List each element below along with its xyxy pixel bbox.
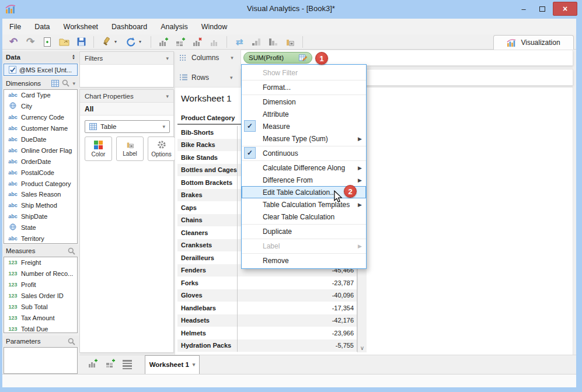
save-icon[interactable] [75, 36, 88, 48]
value-cell[interactable]: -17,354 [238, 302, 357, 314]
category-cell[interactable]: Caps [177, 201, 238, 214]
scroll-down-icon[interactable]: ∨ [358, 345, 367, 351]
minimize-button[interactable]: – [515, 2, 532, 16]
dimension-field-shipdate[interactable]: abcShipDate [4, 211, 77, 222]
category-cell[interactable]: Fenders [177, 264, 238, 277]
search-icon[interactable] [68, 247, 75, 255]
dimension-field-state[interactable]: State [4, 222, 77, 233]
undo-icon[interactable]: ↶ [7, 36, 20, 48]
measure-field-total-due[interactable]: 123Total Due [4, 323, 77, 333]
menu-item-table-calculation-templates[interactable]: Table Calculation Templates▶ [242, 198, 366, 211]
measure-field-number-of-reco[interactable]: 123Number of Reco... [4, 268, 77, 279]
measure-field-sub-total[interactable]: 123Sub Total [4, 302, 77, 313]
chevron-down-icon[interactable]: ▾ [193, 362, 196, 368]
value-cell[interactable]: -23,966 [238, 327, 357, 340]
menu-item-difference-from[interactable]: Difference From▶ [242, 174, 366, 186]
open-icon[interactable] [58, 36, 71, 48]
worksheet-tab[interactable]: Worksheet 1 ▾ [145, 355, 200, 374]
highlight-icon[interactable] [284, 36, 297, 48]
menu-item-attribute[interactable]: Attribute [242, 108, 366, 120]
dimension-field-city[interactable]: City [4, 101, 77, 112]
label-button[interactable]: Label [116, 136, 144, 161]
menu-window[interactable]: Window [201, 23, 227, 31]
menu-item-duplicate[interactable]: Duplicate [242, 225, 366, 237]
value-cell[interactable]: -40,096 [238, 289, 357, 302]
new-worksheet-icon[interactable] [88, 358, 98, 371]
chart-type-select[interactable]: Table ▾ [85, 120, 170, 133]
sum-profit-pill[interactable]: SUM(Profit) [243, 52, 312, 64]
chevron-down-icon[interactable]: ▾ [72, 80, 75, 86]
dimension-field-orderdate[interactable]: abcOrderDate [4, 156, 77, 167]
menu-file[interactable]: File [9, 23, 21, 31]
dimension-field-product-category[interactable]: abcProduct Category [4, 178, 77, 189]
measure-field-freight[interactable]: 123Freight [4, 257, 77, 268]
new-worksheet-icon[interactable] [157, 36, 170, 48]
chevron-down-icon[interactable]: ▾ [230, 75, 233, 80]
category-cell[interactable]: Bike Stands [177, 151, 238, 164]
menu-item-format[interactable]: Format... [242, 81, 366, 93]
options-button[interactable]: Options [148, 136, 175, 161]
new-dashboard-icon[interactable] [174, 36, 187, 48]
duplicate-sheet-icon[interactable] [208, 36, 221, 48]
sort-ascending-icon[interactable] [250, 36, 263, 48]
clear-sheet-icon[interactable] [191, 36, 204, 48]
dimension-field-customer-name[interactable]: abcCustomer Name [4, 123, 77, 134]
dimension-field-postalcode[interactable]: abcPostalCode [4, 167, 77, 178]
category-cell[interactable]: Bib-Shorts [177, 126, 238, 139]
category-cell[interactable]: Hydration Packs [177, 340, 238, 352]
panel-updown-icon[interactable]: ▲▼ [72, 54, 75, 60]
dimension-field-sales-reason[interactable]: abcSales Reason [4, 189, 77, 200]
category-cell[interactable]: Bottom Brackets [177, 176, 238, 189]
new-dashboard-icon[interactable] [105, 358, 116, 371]
category-cell[interactable]: Bike Racks [177, 139, 238, 152]
visualization-tab[interactable]: Visualization [493, 35, 574, 50]
menu-item-calculate-difference-along[interactable]: Calculate Difference Along▶ [242, 162, 366, 174]
category-cell[interactable]: Forks [177, 276, 238, 289]
dimension-field-territory[interactable]: abcTerritory [4, 233, 77, 244]
dimension-field-currency-code[interactable]: abcCurrency Code [4, 112, 77, 123]
search-icon[interactable] [68, 338, 75, 345]
value-cell[interactable]: -42,176 [238, 314, 357, 327]
search-icon[interactable] [62, 79, 69, 87]
datasource-item[interactable]: @MS Excel [Unt... [4, 64, 78, 76]
sheet-list-icon[interactable] [123, 360, 132, 369]
clean-icon[interactable] [100, 36, 113, 48]
category-cell[interactable]: Brakes [177, 189, 238, 202]
dimension-field-online-order-flag[interactable]: abcOnline Order Flag [4, 145, 77, 156]
category-cell[interactable]: Helmets [177, 327, 238, 340]
category-cell[interactable]: Gloves [177, 289, 238, 302]
menu-data[interactable]: Data [34, 23, 50, 31]
category-cell[interactable]: Derailleurs [177, 251, 238, 264]
category-cell[interactable]: Bottles and Cages [177, 164, 238, 177]
measure-field-profit[interactable]: 123Profit [4, 279, 77, 290]
sort-descending-icon[interactable] [267, 36, 280, 48]
chevron-down-icon[interactable]: ▾ [231, 55, 234, 61]
maximize-button[interactable] [534, 2, 550, 16]
measure-field-sales-order-id[interactable]: 123Sales Order ID [4, 290, 77, 302]
swap-axes-icon[interactable]: ⇄ [233, 36, 246, 48]
menu-worksheet[interactable]: Worksheet [64, 23, 99, 31]
menu-item-measure[interactable]: ✓Measure [242, 120, 366, 132]
category-cell[interactable]: Handlebars [177, 302, 238, 314]
menu-dashboard[interactable]: Dashboard [111, 23, 147, 31]
new-workbook-icon[interactable] [41, 36, 54, 48]
dimension-field-duedate[interactable]: abcDueDate [4, 134, 77, 145]
value-cell[interactable]: -23,787 [238, 276, 357, 289]
measure-field-tax-amount[interactable]: 123Tax Amount [4, 312, 77, 323]
category-cell[interactable]: Headsets [177, 314, 238, 327]
dimension-field-card-type[interactable]: abcCard Type [4, 90, 77, 101]
menu-item-dimension[interactable]: Dimension [242, 96, 366, 108]
category-cell[interactable]: Cleaners [177, 226, 238, 239]
close-button[interactable]: × [553, 2, 577, 16]
menu-item-continuous[interactable]: ✓Continuous [242, 147, 366, 159]
clean-dropdown-icon[interactable]: ▾ [114, 39, 120, 44]
menu-analysis[interactable]: Analysis [161, 23, 188, 31]
redo-icon[interactable]: ↷ [24, 36, 37, 48]
dimension-field-ship-method[interactable]: abcShip Method [4, 200, 77, 211]
category-cell[interactable]: Chains [177, 214, 238, 227]
refresh-dropdown-icon[interactable]: ▾ [139, 39, 145, 44]
refresh-icon[interactable] [124, 36, 137, 48]
menu-item-measure-type-sum[interactable]: Measure Type (Sum)▶ [242, 132, 366, 145]
chevron-down-icon[interactable]: ▾ [166, 55, 169, 61]
value-cell[interactable]: -5,755 [238, 340, 357, 352]
